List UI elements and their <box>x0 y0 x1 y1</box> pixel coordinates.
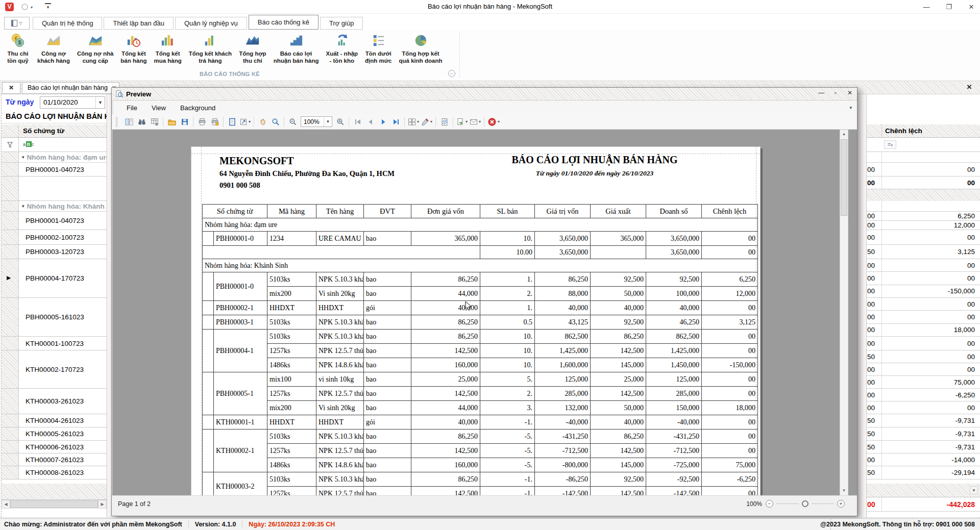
document-row[interactable]: KTH00001-100723 <box>2 337 107 350</box>
zoom-out-slider-button[interactable]: − <box>766 500 773 508</box>
scrollbar-thumb[interactable] <box>841 139 847 216</box>
row-content[interactable]: KTH00006-261023 <box>19 441 107 453</box>
column-header-chenh-lech[interactable]: Chênh lệch <box>882 124 980 137</box>
customize-grid-button[interactable] <box>148 116 161 128</box>
zoom-out-button[interactable] <box>286 116 299 128</box>
preview-maximize-button[interactable]: ▫ <box>831 89 840 96</box>
document-row[interactable]: KTH00002-170723 <box>2 350 107 389</box>
document-row[interactable]: ▶PBH00004-170723 <box>2 259 107 298</box>
first-page-button[interactable] <box>351 116 364 128</box>
ribbon-button-tong-hop-thu-chi[interactable]: Tổng hợpthu chi <box>235 31 270 70</box>
menu-background[interactable]: Background <box>174 103 222 113</box>
slider-track[interactable] <box>777 503 798 504</box>
scroll-right-icon[interactable]: ▶ <box>98 500 107 509</box>
row-content[interactable]: KTH00004-261023 <box>19 414 107 427</box>
page-color-button[interactable]: ▾ <box>420 116 433 128</box>
row-content[interactable]: PBH00001-040723 <box>19 212 107 230</box>
close-preview-button[interactable]: ▾ <box>486 116 501 128</box>
ribbon-tab-5[interactable]: Trợ giúp <box>320 17 363 30</box>
zoom-in-slider-button[interactable]: + <box>837 500 845 508</box>
ribbon-tab-2[interactable]: Thiết lập ban đầu <box>104 17 173 30</box>
scroll-down-icon[interactable]: ▼ <box>840 487 848 495</box>
print-button[interactable] <box>195 116 208 128</box>
close-document-button[interactable]: ✕ <box>2 82 20 94</box>
ribbon-button-xuat-nhap-ton-kho[interactable]: Xuất - nhập- tồn kho <box>322 31 361 70</box>
ribbon-button-tong-ket-ban-hang[interactable]: Tổng kếtbán hàng <box>117 31 150 70</box>
next-page-button[interactable] <box>377 116 389 128</box>
row-content[interactable]: KTH00002-170723 <box>19 350 107 389</box>
ribbon-button-bao-cao-loi-nhuan-ban-hang[interactable]: Báo cáo lợinhuận bán hàng <box>270 31 323 70</box>
row-content[interactable]: PBH00005-161023 <box>19 298 107 337</box>
collapse-icon[interactable]: ▾ <box>22 204 24 209</box>
document-row[interactable]: PBH00002-100723 <box>2 230 107 245</box>
ribbon-button-tong-ket-khach-tra-hang[interactable]: Tổng kết kháchtrả hàng <box>185 31 235 70</box>
preview-minimize-button[interactable]: — <box>817 89 825 96</box>
from-date-input[interactable]: 01/10/2020 ▼ <box>40 96 105 109</box>
zoom-slider-thumb[interactable] <box>802 500 808 507</box>
export-document-button[interactable]: ▾ <box>455 116 469 128</box>
ribbon-button-cong-no-nha-cung-cap[interactable]: Công nợ nhàcung cấp <box>74 31 117 70</box>
save-button[interactable] <box>178 116 191 128</box>
ribbon-collapse-button[interactable]: ︿ <box>448 70 455 77</box>
minimize-button[interactable]: — <box>922 3 931 11</box>
scale-dropdown-icon[interactable]: ▾ <box>249 119 251 124</box>
open-button[interactable] <box>165 116 178 128</box>
row-content[interactable]: KTH00003-261023 <box>19 389 107 414</box>
maximize-button[interactable]: ❐ <box>944 3 953 11</box>
zoom-combo-dropdown-icon[interactable]: ▼ <box>324 117 332 127</box>
scroll-left-icon[interactable]: ◀ <box>2 500 10 509</box>
send-email-button[interactable]: ▾ <box>469 116 482 128</box>
row-content[interactable]: KTH00005-261023 <box>19 427 107 441</box>
auto-filter-row[interactable]: aBc <box>2 138 107 152</box>
horizontal-scrollbar[interactable]: ◀ ▶ <box>2 500 107 509</box>
scroll-down-icon[interactable]: ▼ <box>970 486 978 494</box>
ribbon-button-tong-ket-mua-hang[interactable]: Tổng kếtmua hàng <box>150 31 185 70</box>
preview-vertical-scrollbar[interactable]: ▲ ▼ <box>840 130 848 496</box>
document-tab[interactable]: Báo cáo lợi nhuận bán hàng ✕ <box>22 82 119 94</box>
from-date-dropdown-icon[interactable]: ▼ <box>95 97 105 108</box>
row-content[interactable]: PBH00003-120723 <box>19 245 107 259</box>
ribbon-button-cong-no-khach-hang[interactable]: Công nợkhách hàng <box>34 31 74 70</box>
ribbon-button-thu-chi-ton-quy[interactable]: €$Thu chitồn quỹ <box>2 31 34 70</box>
auto-filter-row-right[interactable]: =▾ <box>867 138 980 152</box>
preview-titlebar[interactable]: Preview — ▫ ✕ <box>112 88 857 100</box>
document-row[interactable]: PBH00003-120723 <box>2 245 107 259</box>
multiple-pages-button[interactable]: ▾ <box>407 116 420 128</box>
last-page-button[interactable] <box>389 116 402 128</box>
zoom-in-button[interactable] <box>334 116 347 128</box>
quick-print-button[interactable] <box>208 116 221 128</box>
row-content[interactable]: PBH00004-170723 <box>19 259 107 298</box>
export-dropdown-icon[interactable]: ▾ <box>465 119 468 124</box>
previous-page-button[interactable] <box>364 116 377 128</box>
scale-button[interactable]: ▾ <box>238 116 252 128</box>
ribbon-button-ton-duoi-dinh-muc[interactable]: Tồn dướiđịnh mức <box>361 31 395 70</box>
menu-file[interactable]: File <box>120 103 143 113</box>
document-row[interactable]: KTH00003-261023 <box>2 389 107 414</box>
multiple-pages-dropdown-icon[interactable]: ▾ <box>417 119 419 124</box>
hand-tool-button[interactable] <box>256 116 269 128</box>
close-dropdown-icon[interactable]: ▾ <box>498 119 500 124</box>
document-row[interactable]: KTH00006-261023 <box>2 441 107 453</box>
preview-close-button[interactable]: ✕ <box>846 89 854 96</box>
filter-operator-button[interactable]: =▾ <box>884 140 896 149</box>
document-row[interactable]: KTH00004-261023 <box>2 414 107 427</box>
document-row[interactable]: KTH00007-261023 <box>2 453 107 466</box>
slider-track[interactable] <box>812 503 834 504</box>
row-content[interactable]: PBH00001-040723 <box>19 163 107 176</box>
document-row[interactable]: PBH00001-040723 <box>2 163 107 176</box>
ribbon-tab-1[interactable]: Quản trị hệ thống <box>33 17 102 30</box>
page-setup-button[interactable] <box>226 116 238 128</box>
toolbar-grip[interactable] <box>116 117 119 127</box>
row-content[interactable]: PBH00002-100723 <box>19 230 107 245</box>
scroll-up-icon[interactable]: ▲ <box>840 130 848 139</box>
magnifier-button[interactable] <box>269 116 282 128</box>
email-dropdown-icon[interactable]: ▾ <box>479 119 481 124</box>
ribbon-button-tong-hop-ket-qua-kinh-doanh[interactable]: Tổng hợp kếtquả kinh doanh <box>396 31 446 70</box>
watermark-button[interactable] <box>438 116 451 128</box>
preview-document-area[interactable]: MEKONGSOFT 64 Nguyễn Đình Chiểu, Phường … <box>112 130 857 496</box>
ribbon-tab-4[interactable]: Báo cáo thống kê <box>249 15 318 30</box>
close-button[interactable]: ✕ <box>967 3 976 11</box>
document-row[interactable]: PBH00001-040723 <box>2 212 107 230</box>
document-row[interactable]: KTH00005-261023 <box>2 427 107 441</box>
zoom-level-combo[interactable]: 100% ▼ <box>301 116 332 127</box>
